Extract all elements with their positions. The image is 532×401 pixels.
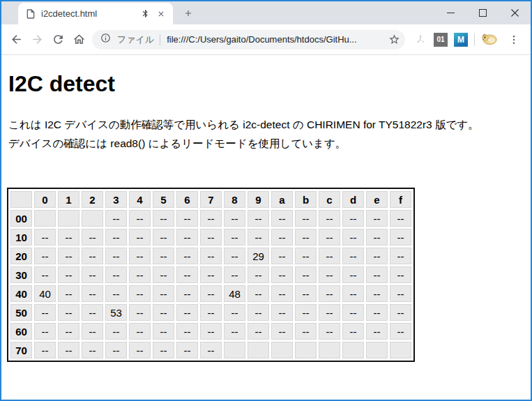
col-header-7: 7 [200,191,222,208]
toolbar-separator [474,33,475,46]
close-window-button[interactable] [499,1,531,24]
tab-title: i2cdetect.html [41,8,136,19]
i2c-cell-00-9: -- [248,210,269,227]
intro-line-2: デバイスの確認には read8() によるリードモードを使用しています。 [8,134,525,153]
i2c-cell-70-c [319,342,340,358]
i2c-cell-10-f: -- [390,229,411,245]
i2c-cell-30-1: -- [58,266,79,283]
i2c-cell-40-f: -- [390,285,411,302]
page-content: I2C detect これは I2C デバイスの動作確認等で用いられる i2c-… [1,55,531,400]
i2c-cell-10-6: -- [176,229,198,245]
i2c-cell-60-3: -- [105,323,127,340]
i2c-cell-00-7: -- [200,210,222,227]
i2c-cell-70-e [366,342,388,358]
i2c-cell-10-4: -- [129,229,151,245]
col-header-f: f [390,191,411,208]
i2c-table-body: 00--------------------------10----------… [10,210,411,358]
info-icon[interactable] [100,33,111,46]
i2c-cell-30-d: -- [342,266,364,283]
i2c-cell-50-5: -- [153,304,174,321]
i2c-cell-00-3: -- [105,210,127,227]
i2c-cell-20-a: -- [271,248,293,264]
row-header-00: 00 [10,210,32,227]
row-header-60: 60 [10,323,32,340]
i2c-cell-70-1: -- [58,342,79,358]
back-button[interactable] [6,29,26,50]
i2c-cell-20-8: -- [224,248,245,264]
i2c-cell-30-3: -- [105,266,127,283]
i2c-cell-00-5: -- [153,210,174,227]
i2c-cell-10-b: -- [295,229,317,245]
i2c-cell-30-a: -- [271,266,293,283]
col-header-d: d [342,191,364,208]
i2c-cell-60-0: -- [34,323,56,340]
maximize-button[interactable] [466,1,499,24]
extension-m-badge[interactable]: M [454,33,468,47]
col-header-a: a [271,191,293,208]
i2c-cell-50-9: -- [248,304,269,321]
i2c-cell-40-0: 40 [34,285,56,302]
i2c-cell-50-e: -- [366,304,388,321]
row-header-40: 40 [10,285,32,302]
i2c-cell-70-3: -- [105,342,127,358]
table-row-70: 70---------------- [10,342,411,358]
i2c-cell-70-5: -- [153,342,174,358]
table-row-00: 00-------------------------- [10,210,411,227]
i2c-cell-10-5: -- [153,229,174,245]
i2c-cell-70-7: -- [200,342,222,358]
minimize-button[interactable] [434,1,466,24]
i2c-cell-30-0: -- [34,266,56,283]
tab-close-button[interactable] [155,8,167,20]
i2c-cell-20-3: -- [105,248,127,264]
i2c-cell-20-4: -- [129,248,151,264]
table-row-50: 50------53------------------------ [10,304,411,321]
col-header-4: 4 [129,191,151,208]
acrobat-extension-icon[interactable] [413,31,427,48]
i2c-cell-40-3: -- [105,285,127,302]
new-tab-button[interactable] [178,3,198,23]
i2c-cell-70-6: -- [176,342,198,358]
hamster-extension-icon[interactable] [481,31,498,49]
i2c-cell-00-e: -- [366,210,388,227]
i2c-cell-50-a: -- [271,304,293,321]
browser-menu-button[interactable] [504,30,524,50]
i2c-cell-10-1: -- [58,229,79,245]
i2c-cell-00-2 [82,210,103,227]
i2c-cell-40-e: -- [366,285,388,302]
i2c-cell-60-a: -- [271,323,293,340]
url-text[interactable]: file:///C:/Users/gaito/Documents/htdocs/… [167,34,386,45]
i2c-cell-00-8: -- [224,210,245,227]
home-button[interactable] [68,29,89,50]
i2c-cell-40-2: -- [82,285,103,302]
i2c-cell-40-6: -- [176,285,198,302]
i2c-cell-60-9: -- [248,323,269,340]
i2c-cell-30-6: -- [176,266,198,283]
browser-tab[interactable]: i2cdetect.html [18,3,173,24]
i2c-cell-40-4: -- [129,285,151,302]
i2c-cell-20-0: -- [34,248,56,264]
address-bar[interactable]: ファイル file:///C:/Users/gaito/Documents/ht… [92,30,405,50]
reload-button[interactable] [47,29,68,50]
row-header-20: 20 [10,248,32,264]
browser-toolbar: ファイル file:///C:/Users/gaito/Documents/ht… [1,24,531,55]
i2c-cell-20-6: -- [176,248,198,264]
col-header-e: e [366,191,388,208]
col-header-b: b [295,191,317,208]
i2c-cell-00-f: -- [390,210,411,227]
i2c-cell-20-7: -- [200,248,222,264]
i2c-cell-70-2: -- [82,342,103,358]
forward-button[interactable] [26,29,47,50]
i2c-cell-40-1: -- [58,285,79,302]
i2c-cell-20-9: 29 [248,248,269,264]
bookmark-star-button[interactable] [386,31,402,48]
i2c-cell-10-d: -- [342,229,364,245]
i2c-cell-50-3: 53 [105,304,127,321]
i2c-cell-50-4: -- [129,304,151,321]
page-title: I2C detect [8,71,525,97]
i2c-cell-10-e: -- [366,229,388,245]
i2c-cell-60-5: -- [153,323,174,340]
i2c-cell-30-c: -- [319,266,340,283]
i2c-cell-10-c: -- [319,229,340,245]
extension-01-badge[interactable]: 01 [434,33,448,47]
i2c-cell-60-7: -- [200,323,222,340]
